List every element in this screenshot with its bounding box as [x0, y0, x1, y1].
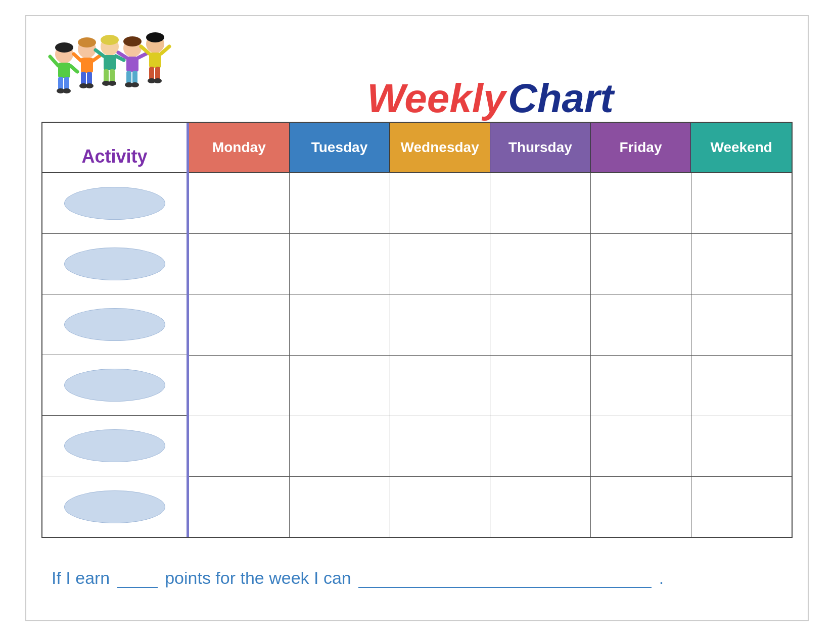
cell-6-wkd[interactable]: [691, 477, 792, 537]
days-header: MondayTuesdayWednesdayThursdayFridayWeek…: [189, 123, 792, 173]
cell-3-tue[interactable]: [290, 294, 390, 355]
activity-row-3: [42, 294, 187, 355]
activity-oval-6: [64, 490, 165, 523]
svg-point-28: [123, 36, 142, 46]
cell-4-fri[interactable]: [591, 356, 691, 416]
cell-5-thu[interactable]: [490, 416, 591, 476]
day-header-monday: Monday: [189, 123, 290, 172]
day-header-tuesday: Tuesday: [290, 123, 390, 172]
svg-point-1: [55, 42, 73, 53]
cell-4-tue[interactable]: [290, 356, 390, 416]
svg-point-17: [85, 83, 94, 88]
cell-6-mon[interactable]: [189, 477, 290, 537]
title-chart: Chart: [508, 76, 614, 121]
svg-rect-11: [81, 58, 93, 73]
activity-oval-2: [64, 247, 165, 280]
svg-point-10: [78, 37, 96, 47]
chart-row-3: [189, 294, 792, 355]
cell-1-mon[interactable]: [189, 173, 290, 233]
svg-rect-20: [104, 55, 116, 70]
cell-4-wkd[interactable]: [691, 356, 792, 416]
cell-2-mon[interactable]: [189, 234, 290, 294]
cell-3-fri[interactable]: [591, 294, 691, 355]
cell-1-wed[interactable]: [390, 173, 491, 233]
svg-line-4: [70, 66, 77, 72]
activity-row-6: [42, 476, 187, 537]
activity-label: Activity: [81, 146, 147, 167]
cell-5-tue[interactable]: [290, 416, 390, 476]
svg-line-31: [138, 54, 147, 58]
activity-column: Activity: [42, 123, 189, 537]
activity-oval-3: [64, 308, 165, 341]
activity-row-4: [42, 355, 187, 416]
cell-4-mon[interactable]: [189, 356, 290, 416]
cell-3-mon[interactable]: [189, 294, 290, 355]
chart-row-4: [189, 356, 792, 416]
cell-3-wkd[interactable]: [691, 294, 792, 355]
activity-oval-5: [64, 429, 165, 462]
svg-rect-38: [149, 53, 161, 68]
cell-5-fri[interactable]: [591, 416, 691, 476]
day-header-weekend: Weekend: [691, 123, 792, 172]
cell-2-wkd[interactable]: [691, 234, 792, 294]
activity-row-1: [42, 173, 187, 234]
cell-1-wkd[interactable]: [691, 173, 792, 233]
svg-point-19: [101, 35, 119, 45]
chart-row-2: [189, 234, 792, 294]
bottom-sentence: If I earn points for the week I can .: [41, 568, 793, 588]
reward-blank[interactable]: [358, 587, 652, 588]
cell-1-fri[interactable]: [591, 173, 691, 233]
days-section: MondayTuesdayWednesdayThursdayFridayWeek…: [189, 123, 792, 537]
activity-header: Activity: [42, 123, 187, 173]
activity-row-5: [42, 416, 187, 476]
weekly-chart: Activity: [41, 122, 793, 538]
points-blank[interactable]: [117, 587, 158, 588]
page-container: Weekly Chart Activity: [25, 15, 809, 621]
svg-line-13: [93, 56, 100, 61]
cell-2-fri[interactable]: [591, 234, 691, 294]
cell-2-wed[interactable]: [390, 234, 491, 294]
cell-6-thu[interactable]: [490, 477, 591, 537]
svg-point-35: [131, 82, 139, 87]
chart-row-1: [189, 173, 792, 234]
chart-body: [189, 173, 792, 537]
cell-1-thu[interactable]: [490, 173, 591, 233]
cell-2-thu[interactable]: [490, 234, 591, 294]
cell-6-wed[interactable]: [390, 477, 491, 537]
page-title: Weekly Chart: [188, 75, 793, 122]
cell-4-wed[interactable]: [390, 356, 491, 416]
day-header-friday: Friday: [591, 123, 691, 172]
svg-point-44: [154, 78, 162, 83]
day-header-wednesday: Wednesday: [390, 123, 490, 172]
activity-rows: [42, 173, 187, 537]
activity-oval-1: [64, 187, 165, 220]
cell-6-fri[interactable]: [591, 477, 691, 537]
cell-2-tue[interactable]: [290, 234, 390, 294]
bottom-text-before: If I earn: [52, 568, 110, 587]
svg-point-37: [146, 32, 164, 42]
bottom-period: .: [659, 568, 664, 587]
bottom-text-middle: points for the week I can: [165, 568, 351, 587]
svg-line-12: [74, 54, 81, 61]
svg-rect-2: [58, 63, 70, 78]
chart-row-5: [189, 416, 792, 477]
day-header-thursday: Thursday: [490, 123, 591, 172]
cell-3-wed[interactable]: [390, 294, 491, 355]
activity-oval-4: [64, 369, 165, 402]
kids-illustration: [41, 26, 188, 122]
cell-6-tue[interactable]: [290, 477, 390, 537]
cell-1-tue[interactable]: [290, 173, 390, 233]
title-weekly: Weekly: [367, 76, 505, 121]
cell-5-wed[interactable]: [390, 416, 491, 476]
cell-5-wkd[interactable]: [691, 416, 792, 476]
svg-point-26: [108, 81, 116, 86]
cell-4-thu[interactable]: [490, 356, 591, 416]
activity-row-2: [42, 234, 187, 294]
cell-3-thu[interactable]: [490, 294, 591, 355]
svg-point-8: [63, 88, 71, 93]
cell-5-mon[interactable]: [189, 416, 290, 476]
svg-rect-29: [126, 57, 138, 72]
chart-row-6: [189, 477, 792, 537]
